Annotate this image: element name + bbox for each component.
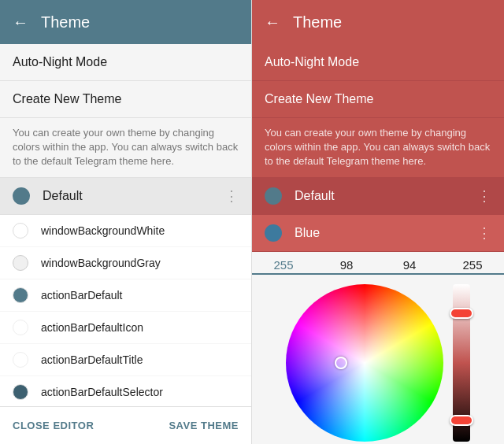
right-header: ← Theme <box>252 0 504 44</box>
color-label-1: windowBackgroundGray <box>41 257 161 269</box>
color-wheel-gradient <box>286 284 443 442</box>
color-swatch-5 <box>13 384 28 400</box>
right-theme-blue[interactable]: Blue ⋮ <box>252 215 504 251</box>
color-swatch-3 <box>13 320 28 335</box>
right-back-button[interactable]: ← <box>265 13 280 31</box>
rgba-values: 255 98 94 255 <box>252 258 504 275</box>
list-item[interactable]: actionBarDefaultIcon <box>0 312 251 344</box>
left-create-new-theme[interactable]: Create New Theme <box>0 81 251 117</box>
right-theme-default-label: Default <box>295 189 477 203</box>
close-editor-button[interactable]: CLOSE EDITOR <box>9 413 97 438</box>
color-label-0: windowBackgroundWhite <box>41 224 165 237</box>
color-brightness-slider[interactable] <box>453 284 470 442</box>
color-wheel-cursor[interactable] <box>335 357 347 369</box>
color-label-3: actionBarDefaultIcon <box>41 321 143 334</box>
right-theme-default-more[interactable]: ⋮ <box>477 187 491 205</box>
color-wheel[interactable] <box>286 284 443 442</box>
right-theme-dot-default <box>265 187 282 205</box>
right-auto-night-mode[interactable]: Auto-Night Mode <box>252 44 504 80</box>
color-label-2: actionBarDefault <box>41 289 123 302</box>
list-item[interactable]: windowBackgroundWhite <box>0 215 251 247</box>
color-wheel-container <box>280 278 476 444</box>
save-theme-button[interactable]: SAVE THEME <box>165 413 242 438</box>
right-theme-default[interactable]: Default ⋮ <box>252 178 504 214</box>
list-item[interactable]: actionBarDefaultTitle <box>0 344 251 376</box>
rgba-a-value[interactable]: 255 <box>441 258 504 275</box>
left-auto-night-mode[interactable]: Auto-Night Mode <box>0 44 251 80</box>
slider-thumb-bottom[interactable] <box>450 415 473 426</box>
rgba-g-value[interactable]: 98 <box>315 258 378 275</box>
left-panel: ← Theme Auto-Night Mode Create New Theme… <box>0 0 252 444</box>
right-description: You can create your own theme by changin… <box>252 118 504 177</box>
right-create-new-theme[interactable]: Create New Theme <box>252 81 504 117</box>
list-item[interactable]: actionBarDefaultSelector <box>0 376 251 406</box>
left-theme-default-label: Default <box>43 189 224 203</box>
color-label-4: actionBarDefaultTitle <box>41 353 143 366</box>
left-theme-default-more[interactable]: ⋮ <box>224 187 239 205</box>
left-header: ← Theme <box>0 0 251 44</box>
left-back-button[interactable]: ← <box>13 13 28 31</box>
list-item[interactable]: actionBarDefault <box>0 279 251 312</box>
left-color-list: windowBackgroundWhite windowBackgroundGr… <box>0 215 251 406</box>
left-bottom-bar: CLOSE EDITOR SAVE THEME <box>0 406 251 444</box>
slider-thumb-top[interactable] <box>450 308 473 319</box>
color-swatch-0 <box>13 223 28 239</box>
color-swatch-4 <box>13 352 28 368</box>
rgba-b-value[interactable]: 94 <box>378 258 441 275</box>
left-theme-dot-default <box>13 187 30 205</box>
color-swatch-1 <box>13 255 28 271</box>
right-header-title: Theme <box>293 13 342 31</box>
left-theme-default[interactable]: Default ⋮ <box>0 178 251 214</box>
right-theme-blue-more[interactable]: ⋮ <box>477 224 491 242</box>
list-item[interactable]: windowBackgroundGray <box>0 247 251 279</box>
color-picker-area: 255 98 94 255 <box>252 252 504 444</box>
right-panel: ← Theme Auto-Night Mode Create New Theme… <box>252 0 504 444</box>
left-description: You can create your own theme by changin… <box>0 118 251 177</box>
right-theme-blue-label: Blue <box>295 226 477 240</box>
rgba-r-value[interactable]: 255 <box>252 258 315 275</box>
left-menu-top: Auto-Night Mode Create New Theme You can… <box>0 44 251 215</box>
color-label-5: actionBarDefaultSelector <box>41 386 163 398</box>
color-swatch-2 <box>13 287 28 303</box>
left-header-title: Theme <box>41 13 90 31</box>
right-theme-dot-blue <box>265 224 282 242</box>
right-menu-top: Auto-Night Mode Create New Theme You can… <box>252 44 504 252</box>
